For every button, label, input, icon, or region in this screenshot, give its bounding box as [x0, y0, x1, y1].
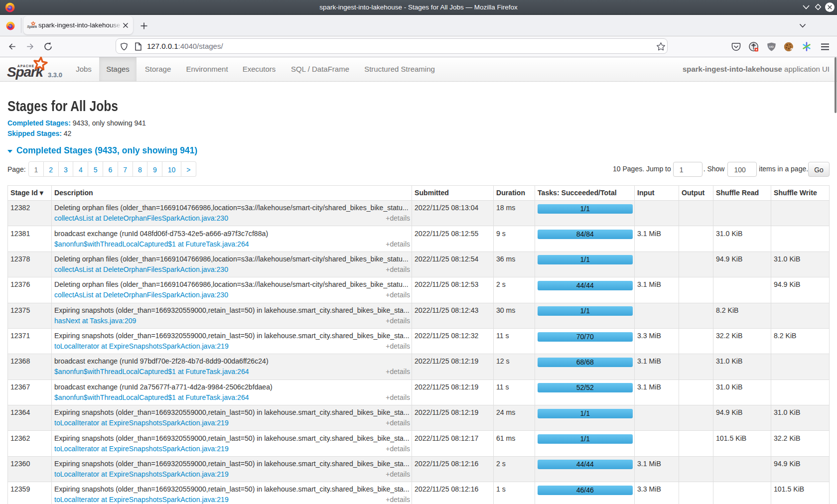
svg-text:UO: UO: [769, 45, 774, 48]
svg-text:Spark: Spark: [27, 24, 37, 29]
